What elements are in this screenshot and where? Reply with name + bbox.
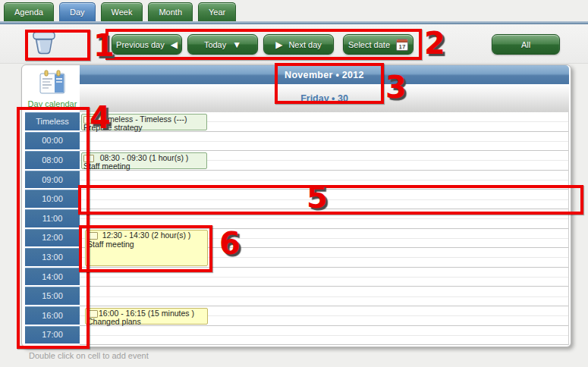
annotation-number-6: 6 [219,228,241,259]
app-window: AgendaDayWeekMonthYear Previous day◀Toda… [0,0,588,367]
annotation-number-4: 4 [90,102,111,133]
tabbar-divider [0,21,588,24]
tab-agenda[interactable]: Agenda [4,2,54,21]
calendar-cell-15:00[interactable] [80,287,568,306]
annotation-box-5 [78,185,583,215]
annotation-number-2: 2 [424,28,445,58]
tab-week[interactable]: Week [101,2,143,21]
event-title: Changed plans [86,318,207,327]
annotation-box-6 [79,225,212,272]
tab-year[interactable]: Year [198,2,236,21]
view-tabs: AgendaDayWeekMonthYear [4,2,236,21]
calendar-event-2[interactable]: 08:30 - 09:30 (1 hour(s) )Staff meeting [81,152,207,170]
all-button[interactable]: All [492,34,560,55]
annotation-box-2 [105,29,422,60]
calendar-event-4[interactable]: 16:00 - 16:15 (15 minutes )Changed plans [85,308,208,325]
day-calendar-icon [39,83,65,96]
view-indicator: Day calendar [27,70,77,108]
annotation-box-1 [25,30,90,61]
event-title: Staff meeting [82,162,206,171]
tab-day[interactable]: Day [59,2,96,21]
annotation-number-1: 1 [93,30,115,61]
tab-month[interactable]: Month [148,2,193,21]
annotation-number-5: 5 [307,182,328,212]
all-label: All [521,40,530,49]
annotation-number-3: 3 [385,72,407,102]
calendar-cell-17:00[interactable] [80,326,568,346]
calendar-cell-00:00[interactable] [80,132,568,152]
annotation-box-3 [275,63,384,104]
footer-hint: Double click on cell to add event [29,351,149,360]
